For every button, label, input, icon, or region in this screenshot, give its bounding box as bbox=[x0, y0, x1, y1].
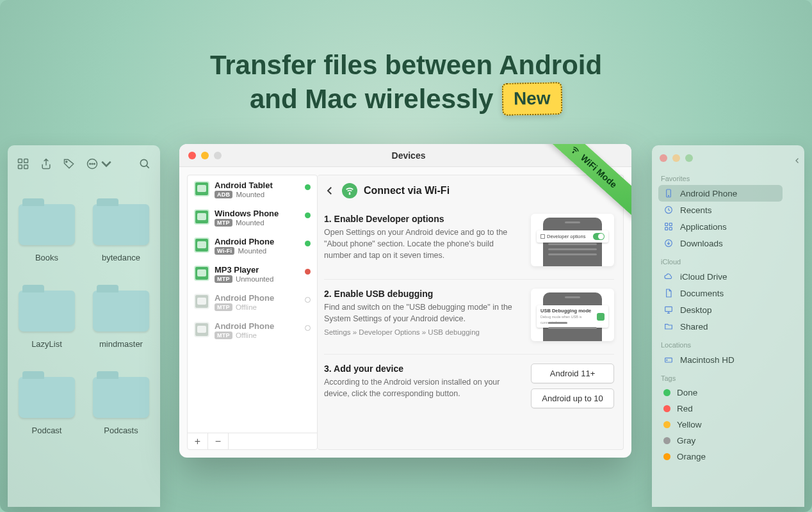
step2-thumb: USB Debugging modeDebug mode when USB is… bbox=[531, 289, 614, 341]
cloud-icon bbox=[663, 271, 674, 282]
sidebar-item[interactable]: Applications bbox=[658, 218, 783, 235]
device-item[interactable]: MP3 PlayerMTPUnmounted bbox=[188, 260, 317, 288]
folder-label: Books bbox=[35, 253, 58, 262]
device-name: Android Tablet bbox=[215, 180, 300, 190]
folder-label: LazyList bbox=[31, 339, 62, 349]
more-icon[interactable] bbox=[86, 157, 113, 173]
device-sub: MTPOffline bbox=[215, 303, 300, 311]
sidebar-item[interactable]: iCloud Drive bbox=[658, 268, 783, 285]
device-item[interactable]: Android PhoneMTPOffline bbox=[188, 288, 317, 316]
sidebar-item[interactable]: Android Phone bbox=[658, 185, 783, 202]
tag-dot-icon bbox=[663, 421, 670, 428]
svg-point-11 bbox=[572, 152, 574, 153]
folder-item[interactable]: Podcasts bbox=[86, 354, 156, 435]
svg-point-13 bbox=[668, 195, 669, 196]
folder-item[interactable]: LazyList bbox=[12, 268, 82, 349]
sidebar-item[interactable]: Gray bbox=[658, 433, 783, 449]
folder-grid: BooksbytedanceLazyListmindmasterPodcastP… bbox=[8, 176, 160, 435]
svg-point-7 bbox=[92, 163, 93, 164]
svg-rect-2 bbox=[19, 165, 22, 169]
back-button[interactable] bbox=[324, 185, 336, 196]
disk-icon bbox=[663, 355, 674, 365]
zoom-button[interactable] bbox=[685, 154, 693, 162]
folder-label: Podcasts bbox=[104, 426, 138, 435]
share-icon[interactable] bbox=[40, 157, 53, 173]
remove-device-button[interactable]: − bbox=[208, 433, 229, 449]
desktop-icon bbox=[663, 305, 674, 315]
device-sub: Wi-FiMounted bbox=[215, 247, 300, 255]
device-icon bbox=[194, 294, 209, 309]
device-icon bbox=[194, 322, 209, 337]
tag-dot-icon bbox=[663, 405, 670, 412]
device-icon bbox=[194, 266, 209, 281]
sidebar-item[interactable]: Shared bbox=[658, 318, 783, 335]
thumb1-label: Developer options bbox=[547, 234, 585, 239]
folder-item[interactable]: Podcast bbox=[12, 354, 82, 435]
sidebar-item-label: Shared bbox=[680, 322, 708, 332]
sidebar-item-label: Macintosh HD bbox=[680, 355, 735, 365]
step1-title: 1. Enable Developer options bbox=[324, 214, 521, 224]
apps-icon bbox=[663, 221, 674, 232]
grid-icon[interactable] bbox=[17, 157, 29, 173]
tag-dot-icon bbox=[663, 389, 670, 396]
folder-icon bbox=[19, 291, 75, 332]
protocol-badge: MTP bbox=[215, 332, 232, 339]
zoom-button[interactable] bbox=[214, 152, 222, 159]
sidebar-item[interactable]: Desktop bbox=[658, 301, 783, 318]
device-item[interactable]: Android PhoneWi-FiMounted bbox=[188, 232, 317, 260]
device-name: Android Phone bbox=[215, 237, 300, 246]
sidebar-item-label: Orange bbox=[677, 452, 706, 461]
sidebar-item-label: Downloads bbox=[680, 239, 723, 248]
step-1: 1. Enable Developer options Open Setting… bbox=[324, 205, 614, 280]
sidebar-item[interactable]: Documents bbox=[658, 285, 783, 301]
svg-point-9 bbox=[140, 159, 147, 166]
svg-rect-1 bbox=[24, 159, 28, 163]
add-device-button[interactable]: + bbox=[188, 433, 208, 449]
android-11-button[interactable]: Android 11+ bbox=[531, 364, 614, 383]
folder-icon bbox=[19, 377, 75, 418]
sidebar-item[interactable]: Downloads bbox=[658, 235, 783, 252]
sidebar-item[interactable]: Orange bbox=[658, 449, 783, 465]
close-button[interactable] bbox=[660, 154, 667, 162]
sidebar-item-label: Documents bbox=[680, 289, 724, 298]
protocol-badge: Wi-Fi bbox=[215, 247, 234, 255]
step2-desc: Find and switch on the "USB debugging mo… bbox=[324, 301, 521, 324]
close-button[interactable] bbox=[188, 152, 196, 159]
device-item[interactable]: Android TabletADBMounted bbox=[188, 175, 317, 204]
content-pane: Connect via Wi-Fi lp? 1. Enable Develope… bbox=[318, 175, 624, 450]
finder-toolbar bbox=[8, 154, 160, 176]
content-title: Connect via Wi-Fi bbox=[364, 185, 450, 196]
sidebar-item[interactable]: Red bbox=[658, 401, 783, 417]
status-dot bbox=[305, 269, 311, 275]
android-10-button[interactable]: Android up to 10 bbox=[531, 388, 614, 408]
sidebar-item-label: Recents bbox=[680, 205, 712, 215]
window-controls-right bbox=[658, 152, 783, 168]
tag-icon[interactable] bbox=[63, 157, 76, 173]
sidebar-item[interactable]: Macintosh HD bbox=[658, 351, 783, 368]
devices-app-window: Devices Android TabletADBMountedWindows … bbox=[179, 144, 631, 458]
sidebar-item[interactable]: Yellow bbox=[658, 417, 783, 433]
device-item[interactable]: Android PhoneMTPOffline bbox=[188, 316, 317, 344]
sidebar-item[interactable]: Recents bbox=[658, 202, 783, 218]
device-icon bbox=[194, 209, 209, 225]
hero-line2: and Mac wirelessly bbox=[250, 83, 494, 116]
minimize-button[interactable] bbox=[672, 154, 680, 162]
status-dot bbox=[305, 325, 311, 331]
finder-back-chevron[interactable] bbox=[790, 145, 804, 507]
device-sub: ADBMounted bbox=[215, 191, 300, 198]
toggle-icon bbox=[593, 233, 605, 240]
folder-item[interactable]: Books bbox=[12, 181, 82, 262]
device-sub: MTPUnmounted bbox=[215, 275, 300, 283]
clock-icon bbox=[663, 205, 674, 215]
device-item[interactable]: Windows PhoneMTPMounted bbox=[188, 204, 317, 232]
folder-label: mindmaster bbox=[99, 339, 143, 349]
svg-point-8 bbox=[94, 163, 95, 164]
sidebar-item-label: iCloud Drive bbox=[680, 272, 727, 282]
folder-item[interactable]: mindmaster bbox=[86, 268, 156, 349]
svg-rect-18 bbox=[669, 227, 672, 230]
step2-path: Settings » Developer Options » USB debug… bbox=[324, 328, 521, 336]
search-icon[interactable] bbox=[138, 157, 151, 173]
folder-item[interactable]: bytedance bbox=[86, 181, 156, 262]
minimize-button[interactable] bbox=[201, 152, 209, 159]
sidebar-item[interactable]: Done bbox=[658, 385, 783, 401]
